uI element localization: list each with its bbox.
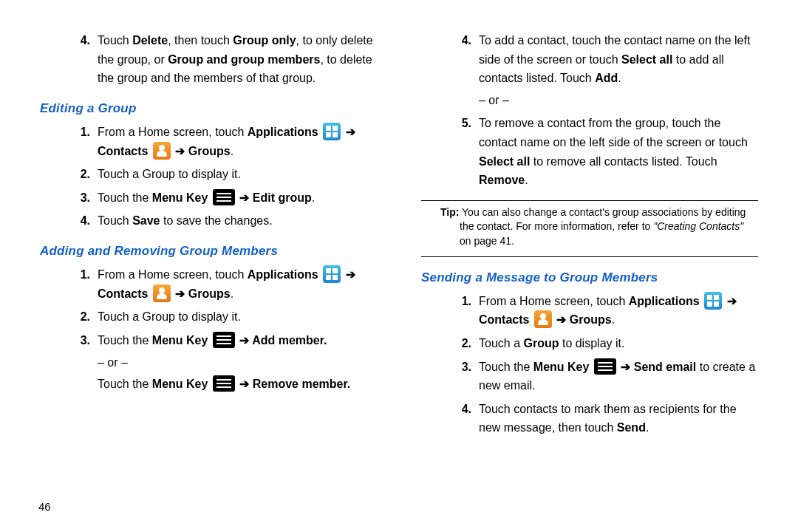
step-text: Touch contacts to mark them as recipient… [479, 403, 737, 434]
step-number: 4. [451, 400, 471, 419]
step-number: 2. [69, 307, 90, 327]
heading-add-remove-members: Adding and Removing Group Members [40, 241, 377, 261]
step-text: From a Home screen, touch Applications ➔… [98, 126, 355, 157]
applications-icon [323, 265, 341, 283]
step-text: Touch a Group to display it. [98, 168, 241, 180]
list-item: 1.From a Home screen, touch Applications… [69, 123, 377, 160]
applications-icon [323, 123, 341, 140]
right-column: 4.To add a contact, touch the contact na… [399, 27, 768, 510]
list-item: 4.Touch contacts to mark them as recipie… [451, 400, 758, 437]
step-number: 3. [451, 358, 471, 377]
delete-group-continuation: 4. Touch Delete, then touch Group only, … [69, 31, 377, 88]
list-item: 5.To remove a contact from the group, to… [451, 114, 758, 189]
step-text: Touch Save to save the changes. [98, 214, 273, 227]
or-separator: – or – [98, 353, 377, 372]
heading-send-message: Sending a Message to Group Members [421, 267, 758, 287]
heading-editing-group: Editing a Group [40, 98, 377, 118]
add-remove-steps: 1.From a Home screen, touch Applications… [69, 265, 377, 394]
list-item: 2.Touch a Group to display it. [69, 307, 377, 327]
step-number: 3. [69, 188, 90, 208]
step-text: To remove a contact from the group, touc… [479, 117, 748, 186]
step-text: Touch the Menu Key ➔ Edit group. [98, 191, 315, 204]
list-item: 1.From a Home screen, touch Applications… [69, 265, 377, 303]
contacts-icon [153, 284, 171, 302]
editing-group-steps: 1.From a Home screen, touch Applications… [69, 123, 377, 231]
tip-box: Tip: You can also change a contact's gro… [421, 200, 758, 257]
list-item: 4.Touch Save to save the changes. [69, 211, 377, 231]
menu-key-icon [213, 332, 235, 348]
menu-key-icon [213, 189, 235, 205]
step-text: To add a contact, touch the contact name… [479, 34, 750, 84]
step-text: From a Home screen, touch Applications ➔… [98, 268, 355, 300]
step-number: 4. [69, 211, 90, 231]
step-text: Touch a Group to display it. [98, 310, 241, 323]
menu-key-icon [213, 375, 235, 392]
tip-text: Tip: You can also change a contact's gro… [427, 205, 752, 249]
step-number: 4. [451, 31, 471, 50]
send-message-steps: 1.From a Home screen, touch Applications… [451, 292, 758, 437]
list-item: 3.Touch the Menu Key ➔ Add member.– or –… [69, 331, 377, 394]
step-number: 4. [69, 31, 90, 50]
menu-key-icon [594, 358, 616, 375]
step-number: 1. [69, 123, 90, 142]
list-item: 1.From a Home screen, touch Applications… [451, 292, 758, 330]
step-text: Touch Delete, then touch Group only, to … [98, 34, 373, 84]
step-text: From a Home screen, touch Applications ➔… [479, 295, 737, 327]
step-number: 1. [69, 265, 90, 284]
step-number: 1. [451, 292, 471, 311]
step-number: 2. [451, 334, 471, 353]
or-separator: – or – [479, 91, 758, 110]
step-number: 3. [69, 331, 90, 350]
contacts-icon [534, 310, 552, 328]
list-item: 4. Touch Delete, then touch Group only, … [69, 31, 377, 88]
manual-page: 4. Touch Delete, then touch Group only, … [0, 0, 798, 532]
contacts-icon [153, 142, 171, 160]
step-text: Touch the Menu Key ➔ Add member. [98, 334, 327, 347]
tip-reference: "Creating Contacts" [653, 220, 743, 232]
list-item: 2.Touch a Group to display it. [69, 165, 377, 184]
list-item: 3.Touch the Menu Key ➔ Edit group. [69, 188, 377, 208]
step-number: 5. [451, 114, 471, 133]
left-column: 4. Touch Delete, then touch Group only, … [30, 27, 399, 510]
add-remove-continuation: 4.To add a contact, touch the contact na… [451, 31, 758, 190]
step-text: Touch the Menu Key ➔ Send email to creat… [479, 361, 755, 392]
list-item: 4.To add a contact, touch the contact na… [451, 31, 758, 109]
tip-label: Tip: [440, 206, 459, 218]
list-item: 3.Touch the Menu Key ➔ Send email to cre… [451, 358, 758, 395]
page-number: 46 [38, 498, 51, 516]
step-alt-text: Touch the Menu Key ➔ Remove member. [98, 375, 377, 394]
list-item: 2.Touch a Group to display it. [451, 334, 758, 353]
step-number: 2. [69, 165, 90, 184]
step-text: Touch a Group to display it. [479, 337, 624, 349]
applications-icon [704, 292, 722, 310]
